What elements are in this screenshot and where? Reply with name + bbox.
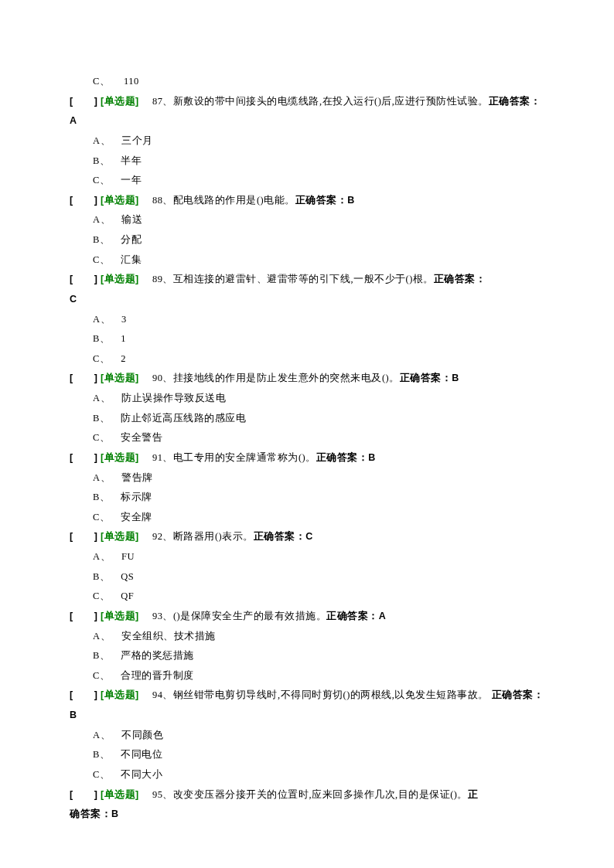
checkbox-bracket: [ ] <box>70 611 97 621</box>
checkbox-bracket: [ ] <box>70 274 97 284</box>
question-number: 93 <box>142 611 162 621</box>
option-text: 1 <box>121 329 126 349</box>
question-text: 、电工专用的安全牌通常称为()。 <box>162 452 316 463</box>
list-item: C、 110 <box>70 72 544 92</box>
option-letter: A、 <box>93 468 111 488</box>
question-type-tag: [单选题] <box>101 373 139 383</box>
list-item: B、标示牌 <box>70 488 544 508</box>
answer-label: 正确答案：B <box>295 195 355 206</box>
list-item: A、输送 <box>70 210 544 230</box>
option-letter: B、 <box>93 329 110 349</box>
question-text: 、挂接地线的作用是防止发生意外的突然来电及()。 <box>162 373 399 383</box>
question-number: 89 <box>142 274 162 284</box>
question-number: 88 <box>142 195 162 206</box>
option-letter: C、 <box>93 171 110 191</box>
option-text: 3 <box>121 310 127 330</box>
option-letter: A、 <box>93 310 111 330</box>
question-type-tag: [单选题] <box>101 96 139 107</box>
option-letter: B、 <box>93 567 110 587</box>
list-item: B、QS <box>70 567 544 587</box>
option-letter: A、 <box>93 210 111 230</box>
option-text: 输送 <box>121 210 142 230</box>
option-letter: A、 <box>93 627 111 647</box>
option-text: 安全组织、技术措施 <box>121 627 216 647</box>
list-item: B、1 <box>70 329 544 349</box>
option-letter: B、 <box>93 488 110 508</box>
question-type-tag: [单选题] <box>101 689 139 700</box>
checkbox-bracket: [ ] <box>70 373 97 383</box>
list-item: C、QF <box>70 587 544 607</box>
question-number: 95 <box>142 789 162 800</box>
option-text: 防止误操作导致反送电 <box>121 389 226 409</box>
question-type-tag: [单选题] <box>101 274 139 284</box>
question-line: [ ] [单选题] 91、电工专用的安全牌通常称为()。正确答案：B <box>70 448 544 468</box>
option-text: 不同大小 <box>121 765 162 785</box>
answer-label: 正确答案：B <box>316 452 376 463</box>
list-item: A、防止误操作导致反送电 <box>70 389 544 409</box>
question-text: 、改变变压器分接开关的位置时,应来回多操作几次,目的是保证()。 <box>162 789 468 800</box>
option-text: 警告牌 <box>121 468 153 488</box>
question-line: [ ] [单选题] 94、钢丝钳带电剪切导线时,不得同时剪切()的两根线,以免发… <box>70 686 544 725</box>
option-text: 防止邻近高压线路的感应电 <box>121 409 246 429</box>
list-item: B、严格的奖惩措施 <box>70 646 544 666</box>
option-text: 不同电位 <box>121 745 162 765</box>
checkbox-bracket: [ ] <box>70 96 97 107</box>
question-number: 92 <box>142 531 162 542</box>
option-text: FU <box>121 547 135 567</box>
option-text: 标示牌 <box>121 488 152 508</box>
option-text: 安全牌 <box>121 508 152 528</box>
option-letter: B、 <box>93 646 110 666</box>
checkbox-bracket: [ ] <box>70 531 97 542</box>
option-letter: A、 <box>93 726 111 746</box>
option-text: QF <box>121 587 134 607</box>
answer-label: 正确答案： <box>434 274 486 284</box>
option-text: 分配 <box>121 230 142 250</box>
option-letter: A、 <box>93 389 111 409</box>
list-item: C、安全警告 <box>70 428 544 448</box>
checkbox-bracket: [ ] <box>70 195 97 206</box>
question-type-tag: [单选题] <box>101 789 139 800</box>
option-letter: B、 <box>93 409 110 429</box>
answer-label-prefix: 正 <box>468 789 479 800</box>
question-line: [ ] [单选题] 90、挂接地线的作用是防止发生意外的突然来电及()。正确答案… <box>70 369 544 389</box>
list-item: C、合理的晋升制度 <box>70 666 544 686</box>
answer-label: 正确答案：A <box>326 611 386 621</box>
option-letter: C、 <box>93 666 110 686</box>
question-type-tag: [单选题] <box>101 531 139 542</box>
list-item: C、汇集 <box>70 250 544 271</box>
checkbox-bracket: [ ] <box>70 789 97 800</box>
question-type-tag: [单选题] <box>101 611 139 621</box>
list-item: C、不同大小 <box>70 765 544 785</box>
option-letter: B、 <box>93 230 110 250</box>
question-text: 、新敷设的带中间接头的电缆线路,在投入运行()后,应进行预防性试验。 <box>162 96 489 107</box>
question-line: [ ] [单选题] 93、()是保障安全生产的最有效措施。正确答案：A <box>70 607 544 627</box>
question-line: [ ] [单选题] 95、改变变压器分接开关的位置时,应来回多操作几次,目的是保… <box>70 785 544 805</box>
list-item: C、2 <box>70 349 544 369</box>
question-line: [ ] [单选题] 89、互相连接的避雷针、避雷带等的引下线,一般不少于()根。… <box>70 270 544 290</box>
list-item: B、不同电位 <box>70 745 544 765</box>
option-letter: C、 <box>93 428 110 448</box>
answer-label: 正确答案：C <box>254 531 313 542</box>
list-item: B、分配 <box>70 230 544 250</box>
checkbox-bracket: [ ] <box>70 452 97 463</box>
option-text: QS <box>121 567 134 587</box>
answer-label: 确答案：B <box>70 808 119 819</box>
option-text: 严格的奖惩措施 <box>121 646 194 666</box>
list-item: A、不同颜色 <box>70 726 544 746</box>
option-text: 半年 <box>121 151 142 172</box>
question-line: [ ] [单选题] 87、新敷设的带中间接头的电缆线路,在投入运行()后,应进行… <box>70 92 544 131</box>
option-text: 三个月 <box>121 131 153 151</box>
question-number: 87 <box>142 96 162 107</box>
option-letter: A、 <box>93 131 111 151</box>
option-text: 一年 <box>121 171 142 191</box>
question-line: [ ] [单选题] 88、配电线路的作用是()电能。正确答案：B <box>70 191 544 211</box>
option-letter: C、 <box>93 508 110 528</box>
answer-line: 确答案：B <box>70 805 544 825</box>
question-text: 、互相连接的避雷针、避雷带等的引下线,一般不少于()根。 <box>162 274 433 284</box>
list-item: A、安全组织、技术措施 <box>70 627 544 647</box>
question-text: 、钢丝钳带电剪切导线时,不得同时剪切()的两根线,以免发生短路事故。 <box>162 689 491 700</box>
question-type-tag: [单选题] <box>101 452 139 463</box>
answer-value: C <box>70 294 77 305</box>
option-letter: C、 <box>93 349 110 369</box>
option-letter: A、 <box>93 547 111 567</box>
